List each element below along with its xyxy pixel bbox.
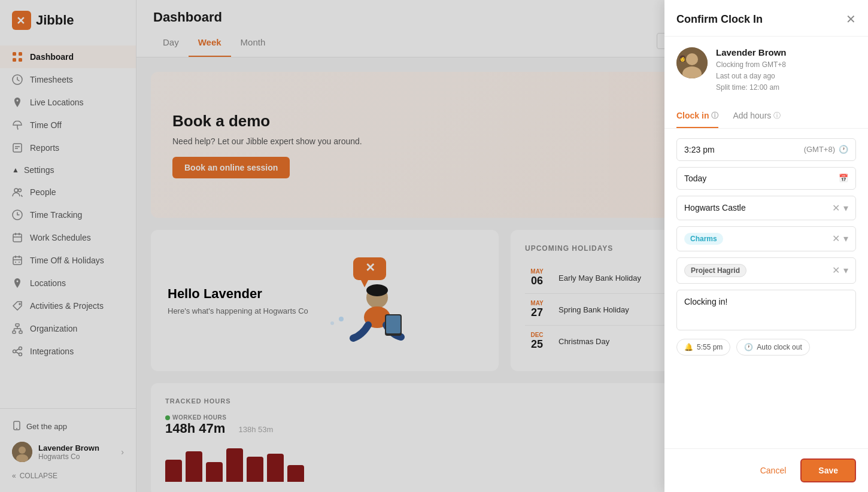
- date-field[interactable]: Today 📅: [676, 167, 856, 190]
- panel-user-info: Lavender Brown Clocking from GMT+8 Last …: [716, 47, 787, 94]
- field-right: 📅: [839, 174, 848, 183]
- panel-tab-add-hours[interactable]: Add hours ⓘ: [733, 105, 781, 128]
- clock-icon: 🕐: [744, 343, 753, 351]
- panel-footer: Cancel Save: [664, 448, 868, 492]
- info-icon: ⓘ: [773, 111, 781, 121]
- timezone-label: (GMT+8): [804, 145, 835, 154]
- svg-text:👩: 👩: [679, 54, 687, 62]
- bell-icon: 🔔: [684, 343, 693, 351]
- field-right: (GMT+8) 🕐: [804, 145, 848, 154]
- select-actions: ✕ ▾: [832, 233, 848, 244]
- select-actions: ✕ ▾: [832, 202, 848, 214]
- panel-user-section: 👩 Lavender Brown Clocking from GMT+8 Las…: [664, 37, 868, 105]
- panel-tab-label: Add hours: [733, 111, 771, 120]
- panel-title: Confirm Clock In: [676, 13, 763, 26]
- last-out: Last out a day ago: [716, 72, 775, 80]
- notes-field[interactable]: Clocking in!: [676, 290, 856, 330]
- clear-icon[interactable]: ✕: [832, 265, 840, 276]
- info-icon: ⓘ: [711, 111, 718, 121]
- clear-icon[interactable]: ✕: [832, 202, 840, 214]
- date-value: Today: [684, 174, 706, 183]
- project-select[interactable]: Project Hagrid ✕ ▾: [676, 257, 856, 284]
- panel-avatar: 👩: [676, 47, 708, 78]
- activity-tag: Charms: [684, 233, 723, 245]
- panel-user-name: Lavender Brown: [716, 47, 787, 57]
- chevron-down-icon: ▾: [843, 233, 848, 244]
- split-time: Split time: 12:00 am: [716, 83, 779, 92]
- calendar-icon: 📅: [839, 174, 848, 183]
- svg-point-72: [686, 53, 698, 65]
- auto-clock-out-button[interactable]: 🕐 Auto clock out: [736, 339, 809, 356]
- chevron-down-icon: ▾: [843, 202, 848, 214]
- cancel-button[interactable]: Cancel: [753, 461, 794, 480]
- reminder-button[interactable]: 🔔 5:55 pm: [676, 339, 730, 356]
- panel-tab-clock-in[interactable]: Clock in ⓘ: [676, 105, 718, 128]
- close-button[interactable]: ✕: [846, 12, 856, 26]
- reminder-time: 5:55 pm: [697, 343, 723, 351]
- location-select[interactable]: Hogwarts Castle ✕ ▾: [676, 196, 856, 220]
- confirm-clock-in-panel: Confirm Clock In ✕ 👩 Lavender Brown Cloc…: [664, 0, 868, 492]
- clear-icon[interactable]: ✕: [832, 233, 840, 244]
- select-actions: ✕ ▾: [832, 265, 848, 276]
- notes-placeholder: Clocking in!: [684, 297, 727, 306]
- activity-select[interactable]: Charms ✕ ▾: [676, 226, 856, 251]
- panel-header: Confirm Clock In ✕: [664, 0, 868, 37]
- project-tag-container: Project Hagrid: [684, 264, 746, 277]
- panel-footer-options: 🔔 5:55 pm 🕐 Auto clock out: [676, 339, 856, 356]
- clocking-from: Clocking from GMT+8: [716, 60, 786, 69]
- activity-tag-container: Charms: [684, 233, 723, 245]
- location-value: Hogwarts Castle: [684, 203, 746, 212]
- chevron-down-icon: ▾: [843, 265, 848, 276]
- panel-tab-label: Clock in: [676, 111, 709, 120]
- auto-clock-out-label: Auto clock out: [757, 343, 802, 351]
- panel-tabs: Clock in ⓘ Add hours ⓘ: [664, 105, 868, 129]
- panel-user-details: Clocking from GMT+8 Last out a day ago S…: [716, 59, 787, 94]
- time-value: 3:23 pm: [684, 145, 715, 154]
- panel-body: 3:23 pm (GMT+8) 🕐 Today 📅 Hogwarts Castl…: [664, 129, 868, 448]
- clock-icon: 🕐: [839, 145, 848, 154]
- project-tag: Project Hagrid: [684, 264, 746, 277]
- time-field[interactable]: 3:23 pm (GMT+8) 🕐: [676, 138, 856, 161]
- save-button[interactable]: Save: [800, 458, 856, 482]
